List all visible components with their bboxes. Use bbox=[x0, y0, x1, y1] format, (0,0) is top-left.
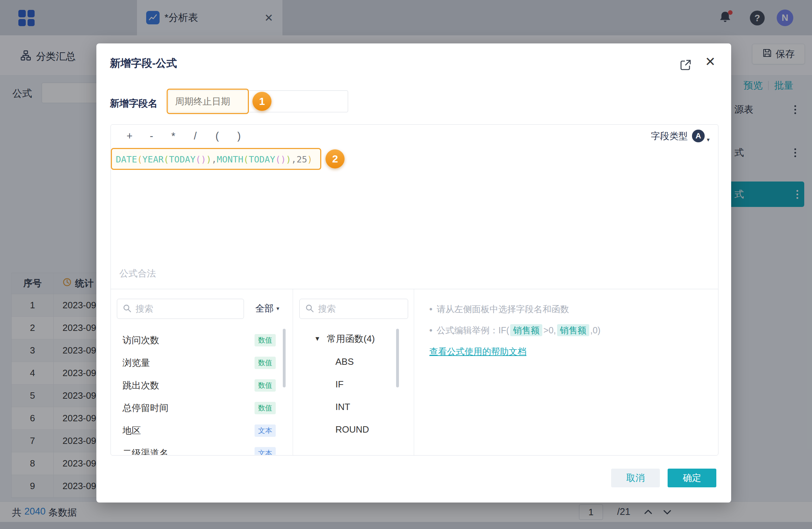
function-list-item[interactable]: INT bbox=[293, 396, 414, 418]
bullet: • bbox=[429, 325, 432, 335]
field-name: 访问次数 bbox=[123, 334, 159, 346]
formula-expression[interactable]: DATE(YEAR(TODAY()),MONTH(TODAY()),25) bbox=[116, 154, 312, 165]
field-name-input-wrap: 1 bbox=[168, 90, 348, 112]
operator-button[interactable]: + bbox=[119, 125, 141, 147]
field-list-item[interactable]: 访问次数数值 bbox=[111, 329, 293, 351]
screen: *分析表 ✕ ? N 分类汇总 保存 公式 预 bbox=[0, 0, 812, 529]
field-type-badge: 数值 bbox=[255, 357, 276, 369]
functions-search-input[interactable]: 搜索 bbox=[299, 299, 408, 319]
function-list-item[interactable]: ABS bbox=[293, 350, 414, 373]
field-name: 浏览量 bbox=[123, 357, 150, 369]
function-list-item[interactable]: ROUND bbox=[293, 418, 414, 441]
search-placeholder: 搜索 bbox=[136, 303, 153, 315]
cancel-button[interactable]: 取消 bbox=[611, 469, 660, 487]
filter-label: 全部 bbox=[255, 302, 274, 315]
field-name-label: 新增字段名 bbox=[110, 97, 157, 110]
formula-status: 公式合法 bbox=[119, 267, 156, 280]
operator-button[interactable]: ( bbox=[206, 125, 228, 147]
field-name: 跳出次数 bbox=[123, 379, 159, 392]
dialog-title: 新增字段-公式 bbox=[110, 56, 177, 71]
fields-search-input[interactable]: 搜索 bbox=[117, 299, 244, 319]
annotation-badge-2: 2 bbox=[326, 149, 345, 168]
bullet: • bbox=[429, 304, 432, 314]
field-list-item[interactable]: 总停留时间数值 bbox=[111, 397, 293, 419]
expand-icon[interactable] bbox=[680, 59, 692, 71]
operator-toolbar: +-*/() bbox=[119, 125, 250, 147]
field-type-badge: 文本 bbox=[255, 447, 276, 455]
help-doc-link[interactable]: 查看公式使用的帮助文档 bbox=[429, 346, 526, 357]
scrollbar[interactable] bbox=[283, 329, 286, 387]
help-panel: • 请从左侧面板中选择字段名和函数 • 公式编辑举例：IF(销售额>0,销售额,… bbox=[414, 289, 718, 455]
field-type-label: 字段类型 bbox=[651, 130, 688, 142]
field-list: 访问次数数值浏览量数值跳出次数数值总停留时间数值地区文本二级渠道名文本 bbox=[111, 329, 293, 455]
annotation-badge-1: 1 bbox=[252, 92, 271, 111]
field-list-item[interactable]: 跳出次数数值 bbox=[111, 374, 293, 397]
hint-formula-example: • 公式编辑举例：IF(销售额>0,销售额,0) bbox=[429, 325, 601, 336]
fields-panel: 搜索 全部 ▾ 访问次数数值浏览量数值跳出次数数值总停留时间数值地区文本二级渠道… bbox=[111, 289, 293, 455]
field-type-control: 字段类型 A ▾ bbox=[651, 125, 710, 147]
field-type-badge: 数值 bbox=[255, 334, 276, 346]
field-name: 总停留时间 bbox=[123, 402, 168, 414]
function-list-item[interactable]: IF bbox=[293, 373, 414, 396]
chevron-down-icon[interactable]: ▾ bbox=[707, 136, 710, 143]
highlighted-field-token: 销售额 bbox=[557, 324, 589, 336]
scrollbar[interactable] bbox=[396, 329, 399, 387]
functions-panel: 搜索 ▼ 常用函数(4) ABSIFINTROUND bbox=[293, 289, 414, 455]
ok-button[interactable]: 确定 bbox=[668, 469, 716, 487]
search-icon bbox=[123, 304, 131, 314]
search-placeholder: 搜索 bbox=[318, 303, 336, 315]
operator-button[interactable]: / bbox=[184, 125, 206, 147]
chevron-down-icon: ▾ bbox=[276, 305, 279, 312]
selector-panels: 搜索 全部 ▾ 访问次数数值浏览量数值跳出次数数值总停留时间数值地区文本二级渠道… bbox=[111, 289, 718, 455]
field-name: 二级渠道名 bbox=[123, 447, 168, 455]
close-icon[interactable]: ✕ bbox=[705, 55, 716, 68]
operator-button[interactable]: ) bbox=[228, 125, 250, 147]
field-list-item[interactable]: 地区文本 bbox=[111, 419, 293, 442]
field-type-icon[interactable]: A bbox=[692, 130, 705, 142]
hint-select-fields: • 请从左侧面板中选择字段名和函数 bbox=[429, 303, 569, 315]
function-tree: ▼ 常用函数(4) ABSIFINTROUND bbox=[293, 327, 414, 455]
operator-button[interactable]: * bbox=[162, 125, 184, 147]
field-type-badge: 数值 bbox=[255, 402, 276, 414]
add-field-formula-dialog: 新增字段-公式 ✕ 新增字段名 1 +-*/() 字段类型 A ▾ DATE(Y… bbox=[96, 43, 731, 503]
field-name: 地区 bbox=[123, 424, 141, 437]
field-list-item[interactable]: 二级渠道名文本 bbox=[111, 442, 293, 455]
search-icon bbox=[305, 304, 314, 314]
tree-expand-icon: ▼ bbox=[314, 335, 321, 343]
fields-filter-dropdown[interactable]: 全部 ▾ bbox=[255, 302, 279, 315]
field-type-badge: 数值 bbox=[255, 379, 276, 392]
function-group-common[interactable]: ▼ 常用函数(4) bbox=[293, 327, 414, 350]
field-list-item[interactable]: 浏览量数值 bbox=[111, 351, 293, 374]
operator-button[interactable]: - bbox=[141, 125, 162, 147]
function-group-label: 常用函数(4) bbox=[327, 333, 375, 345]
highlighted-field-token: 销售额 bbox=[510, 324, 542, 336]
field-type-badge: 文本 bbox=[255, 424, 276, 437]
formula-editor-box: +-*/() 字段类型 A ▾ DATE(YEAR(TODAY()),MONTH… bbox=[111, 124, 718, 456]
